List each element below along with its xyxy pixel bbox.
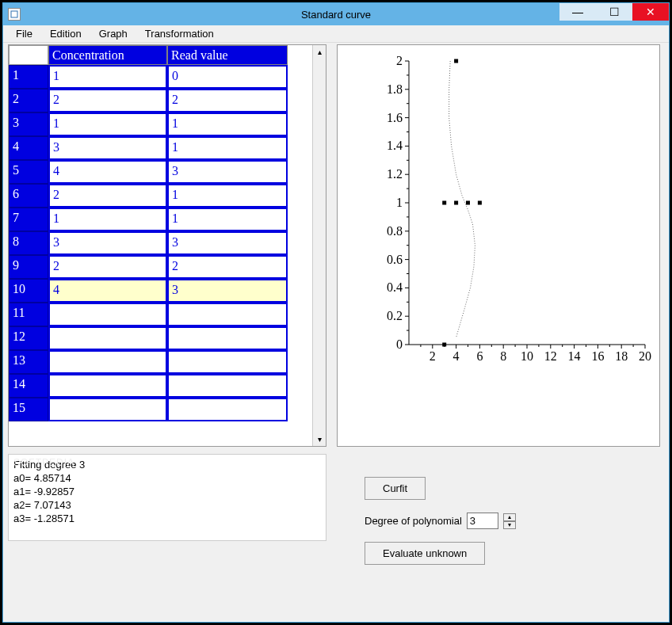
menubar: File Edition Graph Transformation: [3, 25, 669, 43]
svg-text:0.4: 0.4: [387, 280, 403, 294]
controls-panel: Curfit Degree of polynomial ▴ ▾ Evaluate…: [365, 472, 642, 570]
cell-read-value[interactable]: 1: [167, 136, 288, 160]
fit-a2: a2= 7.07143: [13, 498, 321, 512]
fit-results-panel: SOFTPEDIA Fitting degree 3 a0= 4.85714 a…: [8, 454, 326, 541]
cell-concentration[interactable]: 2: [48, 89, 167, 112]
cell-read-value[interactable]: 1: [167, 112, 288, 136]
cell-read-value[interactable]: 3: [167, 160, 288, 184]
svg-text:16: 16: [591, 349, 604, 363]
svg-rect-67: [454, 201, 458, 205]
svg-rect-66: [442, 201, 446, 205]
data-table[interactable]: ConcentrationRead value11022231143154362…: [9, 45, 326, 421]
table-corner: [9, 45, 48, 65]
row-number[interactable]: 12: [9, 326, 48, 350]
chart-svg: 00.20.40.60.811.21.41.61.822468101214161…: [338, 45, 661, 448]
cell-concentration[interactable]: 3: [48, 136, 167, 160]
cell-concentration[interactable]: 1: [48, 208, 167, 231]
svg-text:0.2: 0.2: [387, 309, 403, 322]
svg-text:0.8: 0.8: [387, 224, 403, 238]
menu-graph[interactable]: Graph: [91, 26, 136, 41]
degree-spin-down[interactable]: ▾: [503, 521, 516, 529]
cell-read-value[interactable]: 2: [167, 89, 288, 112]
svg-text:18: 18: [615, 349, 628, 363]
degree-spin-up[interactable]: ▴: [503, 513, 516, 521]
col-header-read-value[interactable]: Read value: [167, 45, 288, 65]
cell-read-value[interactable]: [167, 398, 288, 421]
degree-input[interactable]: [467, 513, 498, 529]
cell-read-value[interactable]: [167, 303, 288, 326]
row-number[interactable]: 9: [9, 255, 48, 279]
svg-text:2: 2: [430, 349, 436, 363]
cell-read-value[interactable]: [167, 374, 288, 398]
row-number[interactable]: 5: [9, 160, 48, 184]
row-number[interactable]: 10: [9, 279, 48, 303]
cell-read-value[interactable]: 1: [167, 208, 288, 231]
close-button[interactable]: ✕: [632, 3, 669, 21]
cell-concentration[interactable]: 4: [48, 279, 167, 303]
cell-concentration[interactable]: 3: [48, 231, 167, 255]
cell-concentration[interactable]: 1: [48, 112, 167, 136]
cell-concentration[interactable]: 1: [48, 65, 167, 89]
cell-read-value[interactable]: [167, 326, 288, 350]
svg-text:1.4: 1.4: [387, 139, 403, 152]
menu-file[interactable]: File: [8, 26, 40, 41]
fit-a3: a3= -1.28571: [13, 512, 321, 525]
svg-text:8: 8: [500, 349, 506, 363]
row-number[interactable]: 4: [9, 136, 48, 160]
row-number[interactable]: 8: [9, 231, 48, 255]
svg-rect-69: [478, 201, 482, 205]
svg-text:1.2: 1.2: [387, 167, 403, 181]
row-number[interactable]: 13: [9, 350, 48, 374]
cell-concentration[interactable]: [48, 303, 167, 326]
row-number[interactable]: 15: [9, 398, 48, 421]
svg-rect-68: [466, 201, 470, 205]
svg-text:4: 4: [453, 349, 460, 363]
degree-label: Degree of polynomial: [365, 515, 462, 527]
cell-read-value[interactable]: 1: [167, 184, 288, 208]
svg-text:20: 20: [639, 349, 651, 363]
maximize-button[interactable]: ☐: [596, 3, 632, 21]
row-number[interactable]: 3: [9, 112, 48, 136]
cell-read-value[interactable]: 3: [167, 231, 288, 255]
svg-rect-65: [442, 343, 446, 347]
minimize-button[interactable]: —: [559, 3, 596, 21]
curfit-button[interactable]: Curfit: [365, 477, 426, 500]
row-number[interactable]: 6: [9, 184, 48, 208]
svg-rect-0: [11, 11, 17, 17]
svg-text:10: 10: [521, 349, 533, 363]
cell-read-value[interactable]: [167, 350, 288, 374]
svg-text:1.8: 1.8: [387, 82, 403, 96]
cell-concentration[interactable]: [48, 374, 167, 398]
svg-text:0.6: 0.6: [387, 253, 403, 266]
row-number[interactable]: 2: [9, 89, 48, 112]
row-number[interactable]: 11: [9, 303, 48, 326]
row-number[interactable]: 7: [9, 208, 48, 231]
cell-concentration[interactable]: 2: [48, 255, 167, 279]
svg-text:14: 14: [568, 349, 581, 363]
svg-text:1: 1: [396, 196, 403, 209]
cell-concentration[interactable]: [48, 350, 167, 374]
cell-concentration[interactable]: [48, 398, 167, 421]
fit-a0: a0= 4.85714: [13, 471, 321, 485]
cell-read-value[interactable]: 3: [167, 279, 288, 303]
app-window: Standard curve — ☐ ✕ File Edition Graph …: [2, 2, 670, 623]
titlebar[interactable]: Standard curve — ☐ ✕: [3, 3, 669, 25]
svg-text:0: 0: [396, 337, 403, 351]
cell-read-value[interactable]: 2: [167, 255, 288, 279]
table-scrollbar[interactable]: ▴ ▾: [312, 45, 326, 446]
evaluate-button[interactable]: Evaluate unknown: [365, 542, 485, 565]
svg-text:1.6: 1.6: [387, 111, 403, 124]
scroll-up-button[interactable]: ▴: [313, 45, 326, 59]
cell-concentration[interactable]: [48, 326, 167, 350]
menu-edition[interactable]: Edition: [42, 26, 90, 41]
menu-transformation[interactable]: Transformation: [137, 26, 222, 41]
row-number[interactable]: 14: [9, 374, 48, 398]
cell-concentration[interactable]: 2: [48, 184, 167, 208]
cell-read-value[interactable]: 0: [167, 65, 288, 89]
cell-concentration[interactable]: 4: [48, 160, 167, 184]
svg-text:6: 6: [476, 349, 483, 363]
svg-text:2: 2: [396, 54, 403, 67]
row-number[interactable]: 1: [9, 65, 48, 89]
col-header-concentration[interactable]: Concentration: [48, 45, 167, 65]
scroll-down-button[interactable]: ▾: [313, 433, 326, 446]
